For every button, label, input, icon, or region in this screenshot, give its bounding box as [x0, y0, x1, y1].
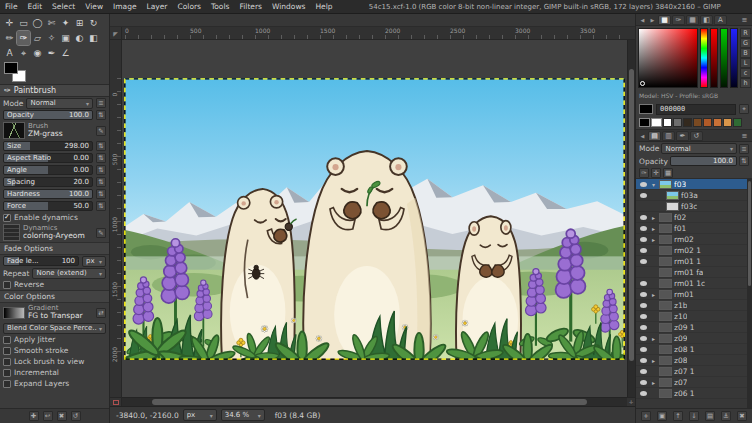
fuzzy-select-tool[interactable]: ✦ — [59, 16, 72, 30]
apply-jitter-checkbox[interactable] — [3, 336, 11, 344]
clone-tool[interactable]: ▣ — [59, 31, 72, 45]
lock-brush-checkbox[interactable] — [3, 358, 11, 366]
incremental-checkbox[interactable] — [3, 369, 11, 377]
layer-visibility-toggle[interactable] — [638, 182, 648, 187]
crop-tool[interactable]: ⊞ — [73, 16, 86, 30]
chevron-right-icon[interactable]: ▶ — [648, 15, 657, 25]
gradient-tool[interactable]: ◧ — [87, 31, 100, 45]
size-slider[interactable]: Size298.00 — [3, 141, 93, 151]
bg-color-indicator[interactable] — [651, 118, 662, 127]
layer-visibility-toggle[interactable] — [638, 325, 648, 330]
layer-row[interactable]: rm01 1c — [636, 278, 752, 289]
tab-paths[interactable]: ✒ — [676, 131, 689, 141]
history-swatch[interactable] — [663, 118, 672, 127]
incremental-row[interactable]: Incremental — [0, 367, 109, 378]
channel-button-c[interactable]: c — [740, 68, 751, 78]
tab-fg-color[interactable]: ■ — [658, 15, 671, 25]
color-options-section[interactable]: Color Options — [0, 290, 109, 303]
smooth-stroke-row[interactable]: Smooth stroke — [0, 345, 109, 356]
delete-layer-button[interactable]: ✖ — [737, 411, 747, 421]
saturation-value-square[interactable] — [638, 28, 698, 88]
fade-length-slider[interactable]: Fade le... 100 — [3, 256, 79, 266]
save-tool-preset-button[interactable]: ✚ — [29, 411, 39, 421]
menu-image[interactable]: Image — [108, 0, 142, 14]
layer-visibility-toggle[interactable] — [638, 391, 648, 396]
text-tool[interactable]: A — [3, 46, 16, 60]
layer-opacity-spin-button[interactable]: ⇅ — [739, 156, 749, 166]
history-swatch[interactable] — [713, 118, 722, 127]
canvas[interactable] — [124, 78, 625, 360]
chevron-left-icon[interactable]: ◀ — [638, 131, 647, 141]
group-expander-icon[interactable]: ▸ — [650, 236, 657, 243]
duplicate-layer-button[interactable]: ▤ — [705, 411, 715, 421]
layer-row[interactable]: ▸f01 — [636, 223, 752, 234]
edit-brush-button[interactable]: ✎ — [96, 126, 106, 136]
menu-select[interactable]: Select — [47, 0, 80, 14]
zoom-select[interactable]: 34.6 % ▾ — [221, 409, 265, 421]
reverse-row[interactable]: Reverse — [0, 279, 109, 290]
tab-patterns[interactable]: ▦ — [686, 15, 699, 25]
vertical-ruler[interactable]: 0500100015002000 — [110, 40, 122, 397]
menu-windows[interactable]: Windows — [267, 0, 310, 14]
anchor-layer-button[interactable]: ⚓ — [721, 411, 731, 421]
menu-colors[interactable]: Colors — [172, 0, 206, 14]
enable-dynamics-checkbox[interactable]: ✓ — [3, 214, 11, 222]
hardness-spin-button[interactable]: ⇅ — [96, 189, 106, 199]
layer-visibility-toggle[interactable] — [638, 248, 648, 253]
fg-color-indicator[interactable] — [639, 118, 650, 127]
expand-layers-checkbox[interactable] — [3, 380, 11, 388]
red-channel-strip[interactable] — [710, 28, 718, 88]
layer-visibility-toggle[interactable] — [638, 358, 648, 363]
force-slider[interactable]: Force50.0 — [3, 201, 93, 211]
repeat-select[interactable]: None (extend) ▾ — [32, 268, 106, 279]
zoom-tool[interactable]: ◉ — [31, 46, 44, 60]
reverse-gradient-button[interactable]: ⇄ — [96, 308, 106, 318]
group-expander-icon[interactable]: ▸ — [650, 291, 657, 298]
layer-mode-select[interactable]: Normal ▾ — [661, 143, 737, 154]
lock-brush-row[interactable]: Lock brush to view — [0, 356, 109, 367]
history-swatch[interactable] — [693, 118, 702, 127]
paintbrush-tool[interactable]: ✑ — [17, 31, 30, 45]
airbrush-tool[interactable]: ✧ — [45, 31, 58, 45]
menu-file[interactable]: File — [0, 0, 23, 14]
free-select-tool[interactable]: ✄ — [45, 16, 58, 30]
channel-button-r[interactable]: R — [740, 28, 751, 38]
layer-visibility-toggle[interactable] — [638, 369, 648, 374]
layer-visibility-toggle[interactable] — [638, 347, 648, 352]
lock-alpha-button[interactable]: ▦ — [663, 168, 673, 178]
layer-row[interactable]: z08 1 — [636, 344, 752, 355]
new-group-button[interactable]: ▣ — [657, 411, 667, 421]
layer-opacity-slider[interactable]: 100.0 — [670, 156, 737, 166]
menu-filters[interactable]: Filters — [234, 0, 266, 14]
tab-history[interactable]: ↺ — [690, 131, 703, 141]
edit-dynamics-button[interactable]: ✎ — [96, 228, 106, 238]
measure-tool[interactable]: ∠ — [59, 46, 72, 60]
layer-row[interactable]: z07 1 — [636, 366, 752, 377]
layer-row[interactable]: z06 1 — [636, 388, 752, 399]
spacing-slider[interactable]: Spacing20.0 — [3, 177, 93, 187]
channel-button-l[interactable]: L — [740, 58, 751, 68]
layer-row[interactable]: f03c — [636, 201, 752, 212]
layer-row[interactable]: ▸f02 — [636, 212, 752, 223]
angle-spin-button[interactable]: ⇅ — [96, 165, 106, 175]
layer-visibility-toggle[interactable] — [638, 314, 648, 319]
fade-options-section[interactable]: Fade Options — [0, 242, 109, 255]
opacity-slider[interactable]: Opacity 100.0 — [3, 110, 93, 120]
vertical-scrollbar[interactable] — [627, 40, 635, 397]
unit-select[interactable]: px ▾ — [183, 409, 217, 421]
delete-tool-preset-button[interactable]: ✖ — [57, 411, 67, 421]
history-swatch[interactable] — [733, 118, 742, 127]
opacity-spin-button[interactable]: ⇅ — [96, 110, 106, 120]
history-swatch[interactable] — [683, 118, 692, 127]
history-swatch[interactable] — [703, 118, 712, 127]
group-expander-icon[interactable]: ▸ — [650, 379, 657, 386]
lower-layer-button[interactable]: ↓ — [689, 411, 699, 421]
menu-view[interactable]: View — [80, 0, 108, 14]
layer-visibility-toggle[interactable] — [638, 259, 648, 264]
brush-thumbnail[interactable] — [3, 122, 25, 139]
layer-row[interactable]: z1b — [636, 300, 752, 311]
eraser-tool[interactable]: ▱ — [31, 31, 44, 45]
layer-mode-menu-button[interactable]: ≡ — [739, 144, 749, 154]
layer-visibility-toggle[interactable] — [638, 380, 648, 385]
layer-row[interactable]: rm01 1 — [636, 256, 752, 267]
